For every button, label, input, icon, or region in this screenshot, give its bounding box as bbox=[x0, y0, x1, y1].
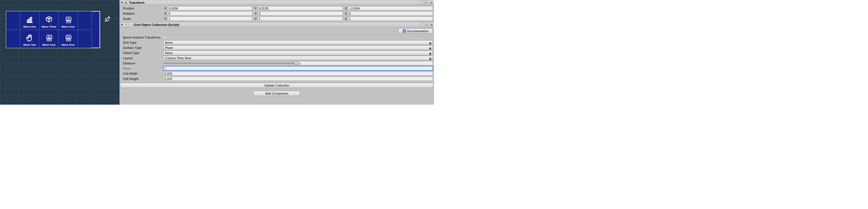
x-label[interactable]: X bbox=[163, 17, 167, 21]
svg-rect-0 bbox=[27, 20, 29, 23]
menu-edge-right-bottom[interactable] bbox=[78, 30, 92, 48]
rotation-x-field[interactable] bbox=[167, 11, 252, 15]
hand-icon bbox=[26, 34, 34, 42]
y-label[interactable]: Y bbox=[253, 17, 257, 21]
component-enabled-checkbox[interactable] bbox=[124, 23, 128, 27]
add-component-button[interactable]: Add Component bbox=[253, 91, 300, 96]
script-icon: C# bbox=[129, 23, 133, 27]
transform-header[interactable]: Transform ? ▾ ⚙ bbox=[120, 0, 434, 5]
distance-label[interactable]: Distance bbox=[122, 62, 163, 65]
menu-tile-label: Menu Three bbox=[42, 25, 57, 28]
menu-tile-3[interactable]: Menu Four bbox=[59, 11, 78, 30]
rotation-z-field[interactable] bbox=[348, 11, 433, 15]
help-button[interactable]: ? bbox=[420, 23, 424, 27]
preset-button[interactable]: ▾ bbox=[425, 23, 429, 27]
orient-type-value: None bbox=[165, 51, 173, 55]
menu-tile-label: Menu Four bbox=[62, 25, 75, 28]
grid-object-collection-component: C# Grid Object Collection (Script) ? ▾ ⚙… bbox=[120, 22, 434, 89]
distance-field[interactable] bbox=[298, 61, 433, 65]
menu-edge-left-top[interactable] bbox=[6, 11, 20, 30]
foldout-icon[interactable] bbox=[121, 2, 123, 3]
foldout-icon[interactable] bbox=[121, 24, 123, 26]
cell-height-field[interactable] bbox=[163, 76, 433, 81]
menu-tile-label: Menu Four bbox=[42, 43, 56, 46]
menu-edge-right-top[interactable] bbox=[78, 11, 92, 30]
slider-thumb[interactable] bbox=[294, 62, 298, 65]
surface-type-dropdown[interactable]: Plane bbox=[163, 45, 433, 50]
gear-icon[interactable]: ⚙ bbox=[430, 1, 433, 4]
menu-tile-4[interactable]: Menu Two bbox=[20, 30, 39, 48]
z-label[interactable]: Z bbox=[344, 17, 348, 21]
z-label[interactable]: Z bbox=[344, 12, 348, 15]
menu-edge-left-bottom[interactable] bbox=[6, 30, 20, 48]
grid-collection-header[interactable]: C# Grid Object Collection (Script) ? ▾ ⚙ bbox=[120, 23, 434, 27]
scale-x-field[interactable] bbox=[167, 16, 252, 21]
layout-dropdown[interactable]: Column Then Row bbox=[163, 56, 433, 60]
menu-tile-2[interactable]: Menu Three bbox=[39, 11, 58, 30]
position-label[interactable]: Position bbox=[122, 7, 163, 10]
rotation-row: Rotation X Y Z bbox=[122, 11, 433, 16]
ignore-inactive-checkbox[interactable] bbox=[163, 35, 167, 39]
add-component-label: Add Component bbox=[265, 92, 288, 95]
bar-chart-icon bbox=[26, 16, 34, 24]
surface-type-value: Plane bbox=[165, 46, 173, 49]
surface-type-label[interactable]: Surface Type bbox=[122, 46, 163, 49]
inspector-panel: Transform ? ▾ ⚙ Position X Y Z Rotation … bbox=[120, 0, 434, 105]
menu-tile-label: Menu Four bbox=[62, 43, 75, 46]
rotation-y-field[interactable] bbox=[257, 11, 342, 15]
rotation-label[interactable]: Rotation bbox=[122, 12, 163, 15]
orient-type-label[interactable]: Orient Type bbox=[122, 51, 163, 55]
x-label[interactable]: X bbox=[163, 7, 167, 10]
x-label[interactable]: X bbox=[163, 12, 167, 15]
menu-tile-6[interactable]: Menu Four bbox=[59, 30, 78, 48]
scale-z-field[interactable] bbox=[348, 16, 433, 21]
gear-icon[interactable]: ⚙ bbox=[430, 23, 433, 27]
menu-tile-1[interactable]: Menu One bbox=[20, 11, 39, 30]
y-label[interactable]: Y bbox=[253, 7, 257, 10]
pin-icon[interactable] bbox=[104, 15, 111, 23]
svg-point-3 bbox=[49, 18, 50, 19]
cell-width-field[interactable] bbox=[163, 71, 433, 76]
transform-icon bbox=[124, 1, 128, 5]
z-label[interactable]: Z bbox=[344, 7, 348, 10]
scale-row: Scale X Y Z bbox=[122, 16, 433, 21]
y-label[interactable]: Y bbox=[253, 12, 257, 15]
scale-label[interactable]: Scale bbox=[122, 17, 163, 21]
cell-width-label[interactable]: Cell Width bbox=[122, 72, 163, 75]
distance-slider[interactable] bbox=[163, 63, 296, 64]
position-row: Position X Y Z bbox=[122, 6, 433, 11]
grid-collection-title: Grid Object Collection (Script) bbox=[134, 23, 179, 27]
svg-rect-2 bbox=[31, 17, 32, 23]
position-z-field[interactable] bbox=[348, 6, 433, 10]
menu-grid-collection[interactable]: Menu One Menu Three Menu Four Menu Two M… bbox=[6, 11, 100, 48]
menu-tile-5[interactable]: Menu Four bbox=[39, 30, 58, 48]
preset-button[interactable]: ▾ bbox=[425, 1, 429, 5]
transform-component: Transform ? ▾ ⚙ Position X Y Z Rotation … bbox=[120, 0, 434, 22]
menu-tile-label: Menu Two bbox=[23, 43, 36, 46]
hand-skeleton-icon bbox=[64, 34, 72, 42]
cell-height-label[interactable]: Cell Height bbox=[122, 77, 163, 80]
svg-rect-1 bbox=[29, 19, 30, 23]
update-collection-label: Update Collection bbox=[265, 84, 289, 87]
documentation-button[interactable]: i Documentation bbox=[398, 29, 433, 34]
rows-label[interactable]: Rows bbox=[122, 67, 163, 70]
scene-view[interactable]: Menu One Menu Three Menu Four Menu Two M… bbox=[0, 0, 120, 105]
transform-title: Transform bbox=[129, 1, 145, 4]
ignore-inactive-label[interactable]: Ignore Inactive Transforms bbox=[122, 36, 163, 39]
orient-type-dropdown[interactable]: None bbox=[163, 50, 433, 55]
sort-type-label[interactable]: Sort Type bbox=[122, 41, 163, 44]
rows-field[interactable] bbox=[163, 66, 433, 70]
hand-skeleton-icon bbox=[45, 34, 53, 42]
update-collection-button[interactable]: Update Collection bbox=[120, 83, 433, 88]
position-y-field[interactable] bbox=[257, 6, 342, 10]
doc-icon: i bbox=[403, 29, 406, 33]
help-button[interactable]: ? bbox=[420, 1, 424, 5]
camera-box-icon bbox=[45, 16, 53, 24]
menu-tile-label: Menu One bbox=[23, 25, 36, 28]
hand-skeleton-icon bbox=[64, 16, 72, 24]
sort-type-dropdown[interactable]: None bbox=[163, 40, 433, 45]
layout-label[interactable]: Layout bbox=[122, 56, 163, 60]
position-x-field[interactable] bbox=[167, 6, 252, 10]
sort-type-value: None bbox=[165, 41, 173, 44]
scale-y-field[interactable] bbox=[257, 16, 342, 21]
